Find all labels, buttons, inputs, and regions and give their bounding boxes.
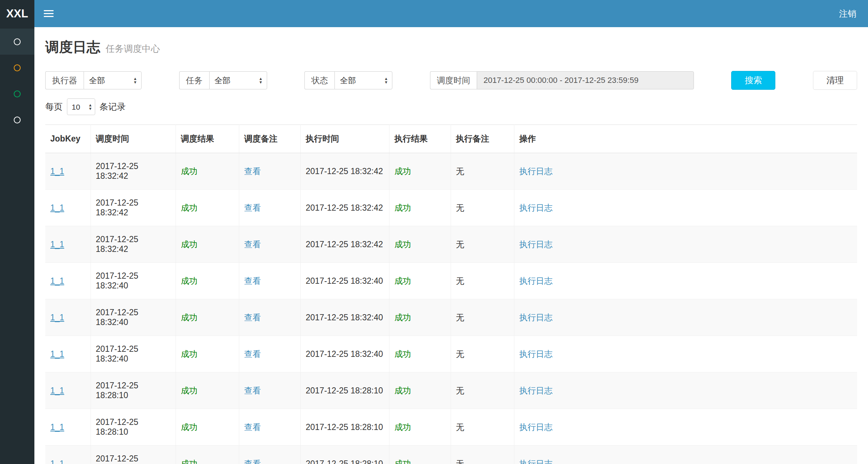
dispatch-remark-link[interactable]: 查看 bbox=[244, 166, 261, 176]
dispatch-remark-link[interactable]: 查看 bbox=[244, 313, 261, 322]
dispatch-time-range-input[interactable] bbox=[477, 71, 694, 89]
dispatch-remark-link-cell: 查看 bbox=[239, 336, 300, 372]
job-key-link[interactable]: 1_1 bbox=[50, 386, 64, 395]
logout-link[interactable]: 注销 bbox=[839, 8, 856, 20]
dispatch-result-status-cell: 成功 bbox=[176, 226, 239, 263]
sidebar-toggle-button[interactable] bbox=[34, 0, 63, 27]
exec-log-link[interactable]: 执行日志 bbox=[519, 349, 553, 359]
job-key-link[interactable]: 1_1 bbox=[50, 459, 64, 464]
dispatch-remark-link[interactable]: 查看 bbox=[244, 349, 261, 359]
dispatch-result-status: 成功 bbox=[181, 203, 198, 212]
exec-time-cell: 2017-12-25 18:28:10 bbox=[300, 372, 389, 409]
exec-log-link[interactable]: 执行日志 bbox=[519, 422, 553, 432]
dispatch-result-status: 成功 bbox=[181, 313, 198, 322]
filter-job-group: 任务 全部 ▲▼ bbox=[179, 71, 267, 89]
dispatch-remark-link[interactable]: 查看 bbox=[244, 459, 261, 464]
exec-result-status-cell: 成功 bbox=[389, 226, 451, 263]
hamburger-icon bbox=[44, 10, 54, 11]
exec-log-link[interactable]: 执行日志 bbox=[519, 386, 553, 395]
dispatch-result-status: 成功 bbox=[181, 276, 198, 286]
exec-log-link[interactable]: 执行日志 bbox=[519, 166, 553, 176]
exec-log-link[interactable]: 执行日志 bbox=[519, 276, 553, 286]
dispatch-remark-link[interactable]: 查看 bbox=[244, 276, 261, 286]
exec-result-status: 成功 bbox=[395, 313, 411, 322]
exec-time-cell: 2017-12-25 18:32:42 bbox=[300, 226, 389, 263]
dispatch-result-status: 成功 bbox=[181, 349, 198, 359]
job-key-link-cell: 1_1 bbox=[45, 190, 90, 226]
exec-remark-cell: 无 bbox=[451, 372, 514, 409]
exec-remark-cell: 无 bbox=[451, 409, 514, 446]
exec-time-cell: 2017-12-25 18:32:40 bbox=[300, 299, 389, 336]
job-select[interactable]: 全部 bbox=[209, 71, 267, 89]
job-key-link[interactable]: 1_1 bbox=[50, 349, 64, 359]
filter-time-group: 调度时间 bbox=[430, 71, 694, 89]
dispatch-result-status-cell: 成功 bbox=[176, 446, 239, 464]
job-key-link-cell: 1_1 bbox=[45, 299, 90, 336]
dispatch-remark-link[interactable]: 查看 bbox=[244, 203, 261, 212]
dispatch-time-cell: 2017-12-25 18:32:42 bbox=[90, 153, 176, 190]
job-key-link[interactable]: 1_1 bbox=[50, 240, 64, 249]
search-button[interactable]: 搜索 bbox=[731, 71, 775, 90]
table-row: 1_12017-12-25 18:32:40成功查看2017-12-25 18:… bbox=[45, 263, 857, 299]
dispatch-result-status-cell: 成功 bbox=[176, 336, 239, 372]
job-key-link-cell: 1_1 bbox=[45, 372, 90, 409]
job-key-link[interactable]: 1_1 bbox=[50, 166, 64, 176]
filter-status-group: 状态 全部 ▲▼ bbox=[304, 71, 392, 89]
job-key-link[interactable]: 1_1 bbox=[50, 276, 64, 286]
exec-result-status: 成功 bbox=[395, 166, 411, 176]
filter-executor-group: 执行器 全部 ▲▼ bbox=[45, 71, 142, 89]
dispatch-remark-link[interactable]: 查看 bbox=[244, 422, 261, 432]
exec-result-status: 成功 bbox=[395, 203, 411, 212]
exec-result-status-cell: 成功 bbox=[389, 336, 451, 372]
exec-log-link[interactable]: 执行日志 bbox=[519, 313, 553, 322]
dispatch-remark-link-cell: 查看 bbox=[239, 409, 300, 446]
job-key-link-cell: 1_1 bbox=[45, 263, 90, 299]
app-logo[interactable]: XXL bbox=[0, 0, 34, 27]
exec-remark-cell: 无 bbox=[451, 190, 514, 226]
exec-log-link[interactable]: 执行日志 bbox=[519, 240, 553, 249]
table-row: 1_12017-12-25 18:32:42成功查看2017-12-25 18:… bbox=[45, 153, 857, 190]
job-key-link[interactable]: 1_1 bbox=[50, 422, 64, 432]
exec-log-link-cell: 执行日志 bbox=[514, 299, 857, 336]
sidebar-menu bbox=[0, 27, 34, 464]
exec-result-status-cell: 成功 bbox=[389, 446, 451, 464]
exec-result-status: 成功 bbox=[395, 240, 411, 249]
job-select-wrap: 全部 ▲▼ bbox=[209, 71, 267, 89]
dispatch-remark-link[interactable]: 查看 bbox=[244, 386, 261, 395]
exec-log-link-cell: 执行日志 bbox=[514, 153, 857, 190]
exec-remark-cell: 无 bbox=[451, 153, 514, 190]
dispatch-remark-link-cell: 查看 bbox=[239, 226, 300, 263]
sidebar-item-4[interactable] bbox=[0, 107, 34, 133]
exec-log-link[interactable]: 执行日志 bbox=[519, 203, 553, 212]
exec-log-link-cell: 执行日志 bbox=[514, 446, 857, 464]
clear-button[interactable]: 清理 bbox=[813, 71, 857, 90]
page-size-select[interactable]: 10 bbox=[67, 98, 95, 115]
job-key-link[interactable]: 1_1 bbox=[50, 313, 64, 322]
sidebar-item-2[interactable] bbox=[0, 55, 34, 81]
sidebar-item-3[interactable] bbox=[0, 81, 34, 107]
sidebar-item-1[interactable] bbox=[0, 29, 34, 55]
exec-log-link-cell: 执行日志 bbox=[514, 263, 857, 299]
exec-log-link[interactable]: 执行日志 bbox=[519, 459, 553, 464]
dispatch-time-cell: 2017-12-25 18:32:42 bbox=[90, 190, 176, 226]
dispatch-time-cell: 2017-12-25 18:28:10 bbox=[90, 446, 176, 464]
exec-result-status: 成功 bbox=[395, 349, 411, 359]
dispatch-remark-link[interactable]: 查看 bbox=[244, 240, 261, 249]
exec-remark-cell: 无 bbox=[451, 336, 514, 372]
page-subtitle: 任务调度中心 bbox=[106, 43, 160, 55]
log-table-head: JobKey调度时间调度结果调度备注执行时间执行结果执行备注操作 bbox=[45, 125, 857, 153]
job-label: 任务 bbox=[179, 71, 209, 89]
status-select[interactable]: 全部 bbox=[334, 71, 392, 89]
column-header: 调度结果 bbox=[176, 125, 239, 153]
job-key-link[interactable]: 1_1 bbox=[50, 203, 64, 212]
body-row: 调度日志 任务调度中心 执行器 全部 ▲▼ 任务 全部 bbox=[0, 27, 868, 464]
column-header: JobKey bbox=[45, 125, 90, 153]
dispatch-time-cell: 2017-12-25 18:28:10 bbox=[90, 409, 176, 446]
exec-result-status: 成功 bbox=[395, 459, 411, 464]
log-table-header-row: JobKey调度时间调度结果调度备注执行时间执行结果执行备注操作 bbox=[45, 125, 857, 153]
content-box: 执行器 全部 ▲▼ 任务 全部 ▲▼ 状态 bbox=[40, 64, 863, 464]
executor-select[interactable]: 全部 bbox=[84, 71, 142, 89]
table-row: 1_12017-12-25 18:28:10成功查看2017-12-25 18:… bbox=[45, 409, 857, 446]
job-key-link-cell: 1_1 bbox=[45, 153, 90, 190]
job-key-link-cell: 1_1 bbox=[45, 409, 90, 446]
